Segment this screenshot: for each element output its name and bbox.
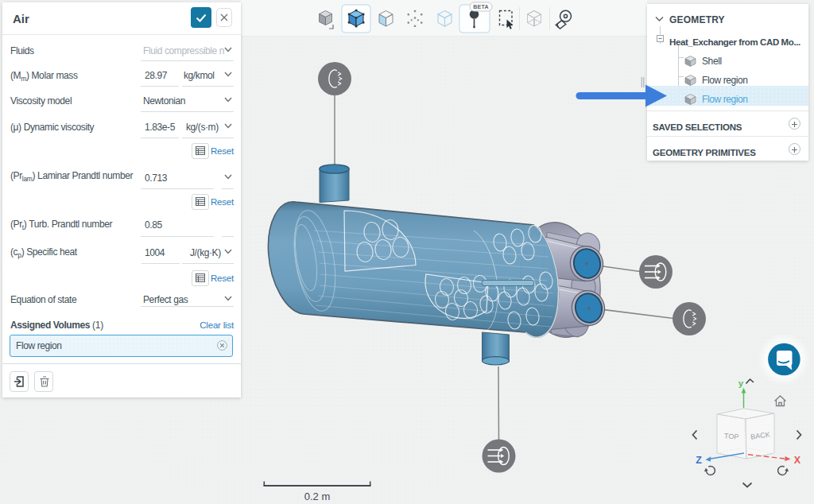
svg-text:Z: Z <box>696 455 702 466</box>
svg-text:TOP: TOP <box>724 432 739 440</box>
svg-text:0.2 m: 0.2 m <box>304 490 331 502</box>
svg-text:X: X <box>794 455 801 466</box>
svg-text:y: y <box>738 378 744 388</box>
svg-text:BETA: BETA <box>473 4 488 10</box>
